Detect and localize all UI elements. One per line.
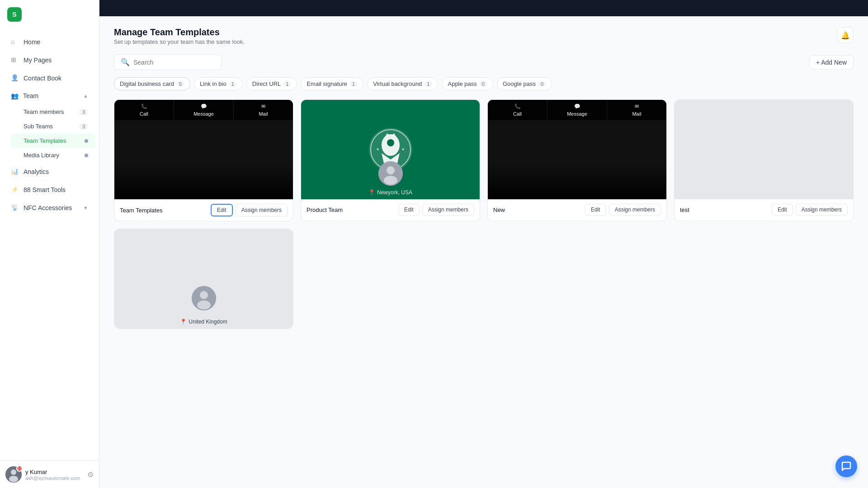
location-icon: 📍 (368, 189, 375, 196)
filter-tab-email-signature[interactable]: Email signature 1 (301, 77, 363, 90)
add-new-button[interactable]: + Add New (809, 55, 854, 70)
assign-members-button-new[interactable]: Assign members (609, 204, 661, 216)
sidebar-item-contact-book[interactable]: 👤 Contact Book (4, 70, 95, 87)
template-card-test: test Edit Assign members (674, 99, 854, 221)
sidebar-group-team: 👥 Team ▲ Team members 3 Sub Teams 3 Team… (0, 88, 99, 162)
card-buttons: Edit Assign members (398, 204, 474, 216)
search-add-row: 🔍 + Add New (114, 54, 854, 70)
card-location-product-team: 📍 Newyork, USA (368, 189, 412, 196)
assign-members-button-test[interactable]: Assign members (796, 204, 848, 216)
filter-tab-google-pass[interactable]: Google pass 0 (497, 77, 552, 90)
card-footer-new: New Edit Assign members (488, 199, 666, 220)
sidebar-item-smart-tools[interactable]: ⚡ 88 Smart Tools (4, 181, 95, 198)
sidebar-team-sub-items: Team members 3 Sub Teams 3 Team Template… (0, 105, 99, 162)
sidebar-nav: ⌂ Home ⊞ My Pages 👤 Contact Book 👥 Team … (0, 29, 99, 460)
sidebar-item-sub-teams[interactable]: Sub Teams 3 (11, 119, 95, 133)
card-footer-product-team: Product Team Edit Assign members (301, 199, 480, 220)
sidebar-item-my-pages[interactable]: ⊞ My Pages (4, 52, 95, 69)
nfc-chevron-icon: ▼ (83, 205, 88, 211)
user-info: y Kumar ash@synxautomate.com (25, 469, 84, 481)
filter-tab-direct-url[interactable]: Direct URL 1 (246, 77, 297, 90)
filter-tab-apple-pass[interactable]: Apple pass 0 (442, 77, 493, 90)
assign-members-button-product-team[interactable]: Assign members (422, 204, 474, 216)
card-footer-team-templates: Team Templates Edit Assign members (114, 199, 293, 221)
sidebar-item-home[interactable]: ⌂ Home (4, 33, 95, 51)
edit-button-test[interactable]: Edit (772, 204, 793, 216)
chat-fab-button[interactable] (835, 455, 857, 477)
svg-point-2 (9, 476, 18, 482)
call-icon: 📞 (514, 103, 521, 109)
edit-button-new[interactable]: Edit (585, 204, 606, 216)
mail-icon: ✉ (635, 103, 639, 109)
card-name: test (680, 206, 689, 213)
call-icon: 📞 (141, 103, 147, 109)
page-subtitle: Set up templates so your team has the sa… (114, 38, 245, 45)
template-card-product-team: ★ ★ 📍 Newyork, USA Product Team (301, 99, 480, 221)
filter-tab-link-in-bio[interactable]: Link in bio 1 (194, 77, 243, 90)
search-input[interactable] (133, 59, 215, 66)
assign-members-button-team-templates[interactable]: Assign members (236, 204, 288, 216)
sidebar-group-team-header[interactable]: 👥 Team ▲ (4, 88, 95, 104)
svg-point-8 (387, 139, 394, 146)
templates-grid: 📞 Call 💬 Message ✉ Mail (114, 99, 854, 221)
filter-tab-virtual-background[interactable]: Virtual background 1 (367, 77, 438, 90)
dark-gradient-new (488, 163, 666, 199)
templates-grid-row2: 📍 United Kingdom (114, 229, 854, 329)
card-action-call[interactable]: 📞 Call (114, 100, 174, 120)
svg-point-12 (387, 166, 395, 174)
card-footer-test: test Edit Assign members (675, 199, 853, 220)
card-preview-team-templates: 📞 Call 💬 Message ✉ Mail (114, 100, 293, 199)
home-icon: ⌂ (11, 38, 19, 46)
card-buttons: Edit Assign members (772, 204, 848, 216)
card-action-call-new[interactable]: 📞 Call (488, 100, 547, 120)
sidebar-item-analytics[interactable]: 📊 Analytics (4, 163, 95, 180)
card-action-mail[interactable]: ✉ Mail (234, 100, 293, 120)
page-title: Manage Team Templates (114, 27, 245, 38)
filter-tab-digital-business-card[interactable]: Digital business card 5 (114, 77, 190, 90)
sidebar-logo: S (0, 0, 99, 29)
card-name: New (493, 206, 505, 213)
analytics-icon: 📊 (11, 168, 19, 176)
user-avatar-wrap: 11 (5, 466, 22, 483)
location-icon: 📍 (180, 319, 187, 325)
search-bar[interactable]: 🔍 (114, 54, 222, 70)
card-action-mail-new[interactable]: ✉ Mail (607, 100, 666, 120)
edit-button-team-templates[interactable]: Edit (211, 204, 233, 216)
media-library-dot (85, 154, 88, 157)
filter-tabs: Digital business card 5 Link in bio 1 Di… (114, 77, 854, 90)
svg-point-1 (11, 469, 16, 475)
tools-icon: ⚡ (11, 186, 19, 194)
card-preview-test (675, 100, 853, 199)
dark-gradient (114, 163, 293, 199)
card-buttons: Edit Assign members (585, 204, 661, 216)
edit-button-product-team[interactable]: Edit (398, 204, 420, 216)
card-buttons: Edit Assign members (211, 204, 288, 216)
search-icon: 🔍 (121, 58, 130, 66)
template-card-new: 📞 Call 💬 Message ✉ Mail (487, 99, 667, 221)
sidebar: S ⌂ Home ⊞ My Pages 👤 Contact Book 👥 Tea… (0, 0, 99, 488)
card-action-message-new[interactable]: 💬 Message (547, 100, 607, 120)
svg-text:★: ★ (401, 147, 405, 151)
settings-icon[interactable]: ⚙ (87, 470, 94, 479)
sidebar-item-nfc-accessories[interactable]: 📡 NFC Accessories ▼ (4, 199, 95, 216)
notification-button[interactable]: 🔔 (837, 27, 854, 43)
top-bar (99, 0, 868, 16)
team-icon: 👥 (11, 92, 19, 99)
main-content: Manage Team Templates Set up templates s… (99, 0, 868, 488)
card-name: Product Team (307, 206, 343, 213)
svg-point-16 (197, 300, 211, 310)
sidebar-item-team-members[interactable]: Team members 3 (11, 105, 95, 119)
sidebar-item-team-templates[interactable]: Team Templates (11, 134, 95, 148)
team-templates-dot (85, 139, 88, 143)
pages-icon: ⊞ (11, 56, 19, 64)
page-header: Manage Team Templates Set up templates s… (114, 27, 854, 45)
template-card-uk: 📍 United Kingdom (114, 229, 293, 329)
svg-point-15 (200, 291, 208, 299)
template-card-team-templates: 📞 Call 💬 Message ✉ Mail (114, 99, 293, 221)
message-icon: 💬 (201, 103, 207, 109)
card-preview-product-team: ★ ★ 📍 Newyork, USA (301, 100, 480, 199)
svg-text:★: ★ (376, 147, 379, 151)
card-action-message[interactable]: 💬 Message (174, 100, 234, 120)
message-icon: 💬 (574, 103, 580, 109)
sidebar-item-media-library[interactable]: Media Library (11, 148, 95, 162)
